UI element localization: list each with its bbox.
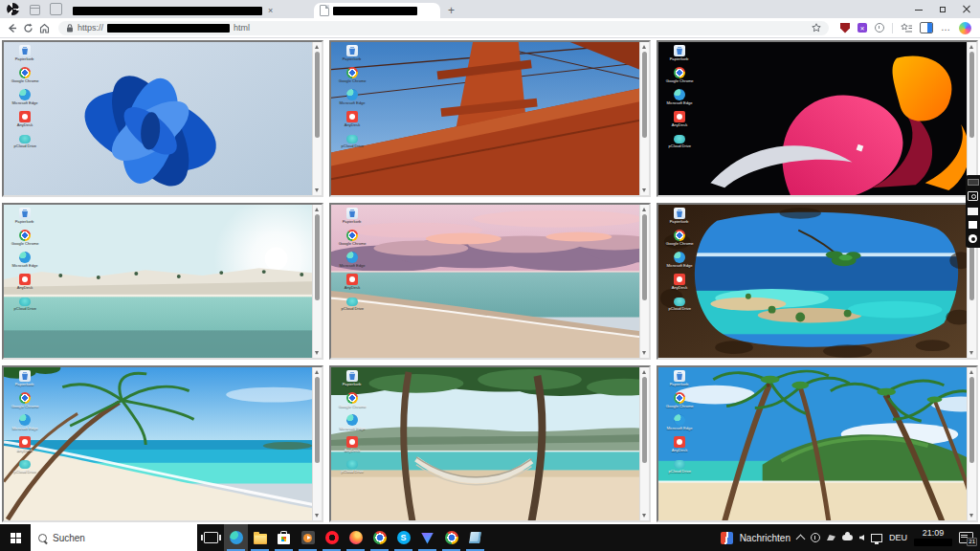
volume-icon[interactable] [859, 535, 864, 540]
desktop-cell-3[interactable]: PapierkorbGoogle ChromeMicrosoft EdgeAny… [657, 40, 978, 197]
desktop-icon-anydesk[interactable]: AnyDesk [335, 111, 369, 129]
reload-button[interactable] [21, 21, 34, 34]
copilot-icon[interactable] [959, 22, 971, 34]
desktop-icon-recycle-bin[interactable]: Papierkorb [662, 45, 697, 63]
adblock-shield-icon[interactable] [840, 23, 850, 33]
desktop-cell-9[interactable]: PapierkorbGoogle ChromeMicrosoft EdgeAny… [657, 365, 978, 522]
desktop-icon-edge[interactable]: Microsoft Edge [662, 414, 697, 432]
scroll-thumb[interactable] [315, 52, 320, 138]
desktop-icon-pcloud[interactable]: pCloud Drive [335, 133, 369, 150]
desktop-icon-pcloud[interactable]: pCloud Drive [662, 458, 697, 475]
language-indicator[interactable]: DEU [889, 533, 907, 542]
news-label[interactable]: Nachrichten [740, 533, 791, 543]
tab-2-active[interactable] [314, 3, 440, 18]
desktop-icon-pcloud[interactable]: pCloud Drive [335, 296, 369, 313]
scroll-up-icon[interactable] [969, 370, 973, 374]
desktop-icon-pcloud[interactable]: pCloud Drive [8, 133, 42, 150]
scroll-thumb[interactable] [642, 377, 647, 463]
scroll-thumb[interactable] [642, 214, 647, 300]
pen-tray-icon[interactable] [827, 535, 835, 540]
desktop-icon-recycle-bin[interactable]: Papierkorb [662, 370, 697, 388]
cell-scrollbar[interactable] [312, 367, 322, 520]
status-tray-icon[interactable] [811, 533, 820, 542]
scroll-up-icon[interactable] [315, 45, 319, 49]
bookmark-star-icon[interactable] [812, 23, 821, 33]
desktop-icon-recycle-bin[interactable]: Papierkorb [335, 208, 369, 226]
desktop-icon-pcloud[interactable]: pCloud Drive [662, 296, 697, 313]
desktop-icon-recycle-bin[interactable]: Papierkorb [8, 370, 42, 388]
scroll-down-icon[interactable] [315, 351, 319, 355]
taskbar-app-blue-3d-app[interactable] [463, 524, 487, 551]
window-icon[interactable] [969, 221, 977, 229]
desktop-icon-chrome[interactable]: Google Chrome [662, 392, 697, 410]
scroll-thumb[interactable] [969, 377, 974, 463]
close-window-button[interactable] [963, 6, 970, 13]
desktop-cell-1[interactable]: PapierkorbGoogle ChromeMicrosoft EdgeAny… [2, 40, 323, 197]
chevron-up-icon[interactable] [796, 535, 806, 544]
taskbar-app-opera[interactable] [320, 524, 344, 551]
desktop-icon-anydesk[interactable]: AnyDesk [662, 274, 697, 292]
desktop-icon-chrome[interactable]: Google Chrome [8, 392, 42, 410]
scroll-up-icon[interactable] [642, 208, 646, 211]
desktop-icon-anydesk[interactable]: AnyDesk [662, 436, 697, 454]
desktop-icon-edge[interactable]: Microsoft Edge [662, 89, 697, 107]
taskbar-app-media-player[interactable] [296, 524, 320, 551]
purple-extension-icon[interactable] [858, 23, 867, 33]
tab-group-icon[interactable] [30, 5, 40, 15]
desktop-icon-edge[interactable]: Microsoft Edge [335, 414, 369, 432]
desktop-icon-recycle-bin[interactable]: Papierkorb [8, 208, 42, 226]
taskbar-app-edge[interactable] [224, 524, 248, 551]
desktop-icon-pcloud[interactable]: pCloud Drive [8, 458, 42, 475]
scroll-up-icon[interactable] [969, 45, 973, 49]
clock[interactable]: 21:09 [914, 529, 952, 546]
desktop-icon-anydesk[interactable]: AnyDesk [8, 274, 42, 292]
scroll-down-icon[interactable] [642, 188, 646, 192]
scroll-down-icon[interactable] [969, 514, 973, 518]
desktop-cell-5[interactable]: PapierkorbGoogle ChromeMicrosoft EdgeAny… [329, 203, 651, 360]
history-extension-icon[interactable] [875, 23, 884, 33]
taskbar-app-file-explorer[interactable] [248, 524, 272, 551]
taskbar-app-skype[interactable] [391, 524, 415, 551]
cell-scrollbar[interactable] [639, 367, 649, 520]
onedrive-icon[interactable] [842, 535, 853, 540]
vertical-tabs-icon[interactable] [50, 3, 62, 15]
settings-gear-icon[interactable] [969, 234, 977, 243]
cell-scrollbar[interactable] [639, 205, 649, 358]
desktop-cell-4[interactable]: PapierkorbGoogle ChromeMicrosoft EdgeAny… [2, 203, 323, 360]
desktop-icon-recycle-bin[interactable]: Papierkorb [335, 45, 369, 63]
desktop-icon-chrome[interactable]: Google Chrome [335, 67, 369, 85]
capture-icon[interactable] [968, 179, 979, 186]
notification-center-button[interactable]: 21 [959, 532, 973, 543]
desktop-icon-chrome[interactable]: Google Chrome [8, 230, 42, 248]
address-bar[interactable]: https:// html [58, 21, 829, 35]
taskbar-search[interactable]: Suchen [31, 524, 197, 551]
desktop-icon-pcloud[interactable]: pCloud Drive [662, 133, 697, 150]
cell-scrollbar[interactable] [312, 205, 322, 358]
desktop-icon-recycle-bin[interactable]: Papierkorb [8, 45, 42, 63]
news-icon[interactable] [721, 532, 733, 544]
desktop-icon-recycle-bin[interactable]: Papierkorb [662, 208, 697, 226]
network-display-icon[interactable] [871, 534, 882, 542]
desktop-icon-recycle-bin[interactable]: Papierkorb [335, 370, 369, 388]
cell-scrollbar[interactable] [967, 367, 976, 520]
scroll-down-icon[interactable] [642, 351, 646, 355]
edge-sidebar-icon[interactable] [920, 22, 933, 33]
scroll-down-icon[interactable] [969, 351, 973, 355]
scroll-thumb[interactable] [315, 377, 320, 463]
scroll-down-icon[interactable] [315, 514, 319, 518]
desktop-icon-edge[interactable]: Microsoft Edge [8, 89, 42, 107]
taskbar-app-chrome[interactable] [368, 524, 391, 551]
desktop-icon-edge[interactable]: Microsoft Edge [335, 89, 369, 107]
desktop-icon-chrome[interactable]: Google Chrome [335, 230, 369, 248]
scroll-thumb[interactable] [315, 214, 320, 300]
desktop-icon-chrome[interactable]: Google Chrome [8, 67, 42, 85]
desktop-icon-anydesk[interactable]: AnyDesk [335, 436, 369, 454]
scroll-thumb[interactable] [969, 52, 974, 138]
desktop-cell-2[interactable]: PapierkorbGoogle ChromeMicrosoft EdgeAny… [329, 40, 651, 197]
taskbar-app-store[interactable] [272, 524, 296, 551]
cell-scrollbar[interactable] [312, 42, 322, 195]
scroll-up-icon[interactable] [315, 370, 319, 374]
back-button[interactable] [5, 21, 18, 34]
desktop-icon-anydesk[interactable]: AnyDesk [335, 274, 369, 292]
browser-logo-icon[interactable] [7, 3, 19, 15]
